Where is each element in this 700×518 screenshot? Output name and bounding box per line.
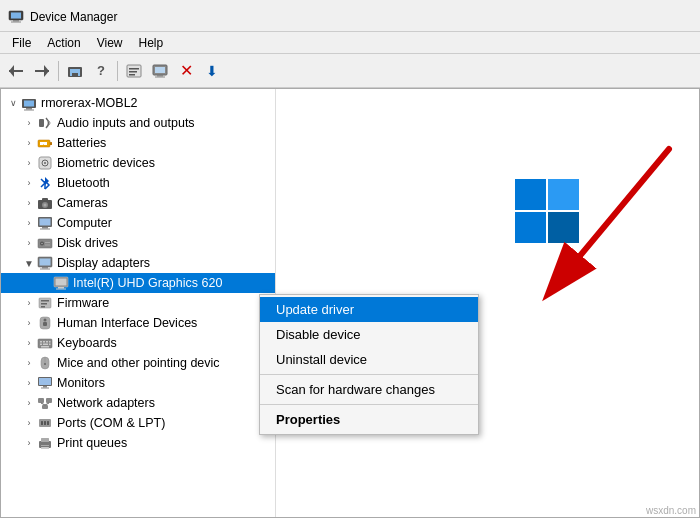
svg-rect-3 [11,21,21,22]
toolbar-home[interactable] [63,59,87,83]
tree-item-bluetooth[interactable]: › Bluetooth [1,173,275,193]
tree-item-ports[interactable]: › Ports (COM & LPT) [1,413,275,433]
svg-rect-1 [11,12,21,18]
firmware-arrow: › [21,295,37,311]
audio-arrow: › [21,115,37,131]
svg-rect-58 [43,322,47,326]
svg-rect-22 [24,110,34,111]
network-label: Network adapters [57,396,155,410]
svg-rect-42 [45,242,50,243]
tile-br [548,212,579,243]
ctx-update-driver[interactable]: Update driver [260,297,478,322]
toolbar: ? ✕ ⬇ [0,54,700,88]
intel-label: Intel(R) UHD Graphics 620 [73,276,222,290]
toolbar-scan[interactable] [148,59,172,83]
svg-line-89 [569,149,669,269]
hid-arrow: › [21,315,37,331]
svg-rect-81 [41,421,43,425]
toolbar-help[interactable]: ? [89,59,113,83]
ctx-uninstall-device[interactable]: Uninstall device [260,347,478,372]
toolbar-delete[interactable]: ✕ [174,59,198,83]
svg-rect-23 [39,119,44,127]
monitor-icon [37,375,53,391]
toolbar-back[interactable] [4,59,28,83]
tree-item-disk[interactable]: › Disk drives [1,233,275,253]
tree-item-batteries[interactable]: › + Batteries [1,133,275,153]
disk-arrow: › [21,235,37,251]
svg-rect-87 [41,447,49,449]
svg-rect-65 [43,344,48,346]
toolbar-forward[interactable] [30,59,54,83]
print-arrow: › [21,435,37,451]
menu-action[interactable]: Action [39,34,88,52]
ctx-separator-2 [260,404,478,405]
tree-root-arrow: ∨ [5,95,21,111]
intel-icon [53,275,69,291]
svg-rect-49 [56,279,67,286]
ctx-scan-hardware[interactable]: Scan for hardware changes [260,377,478,402]
disk-icon [37,235,53,251]
svg-text:+: + [42,142,45,148]
menu-view[interactable]: View [89,34,131,52]
svg-point-33 [44,204,47,207]
ctx-properties[interactable]: Properties [260,407,478,432]
svg-rect-10 [72,73,78,76]
title-bar-icon [8,9,24,25]
computer-icon [37,215,53,231]
ctx-disable-device[interactable]: Disable device [260,322,478,347]
svg-rect-83 [47,421,49,425]
tree-item-firmware[interactable]: › Firmware [1,293,275,313]
menu-help[interactable]: Help [131,34,172,52]
svg-rect-53 [41,300,49,302]
tree-item-print[interactable]: › Print queues [1,433,275,453]
tree-item-intel[interactable]: Intel(R) UHD Graphics 620 [1,273,275,293]
svg-rect-45 [40,259,51,266]
context-menu: Update driver Disable device Uninstall d… [259,294,479,435]
svg-rect-85 [41,438,49,442]
tree-root[interactable]: ∨ rmorerax-MOBL2 [1,93,275,113]
intel-arrow [37,275,53,291]
tile-bl [515,212,546,243]
tree-item-audio[interactable]: › Audio inputs and outputs [1,113,275,133]
tree-root-icon [21,95,37,111]
tree-item-biometric[interactable]: › Biometric devices [1,153,275,173]
keyboard-icon [37,335,53,351]
svg-rect-51 [56,289,66,290]
mice-arrow: › [21,355,37,371]
cameras-label: Cameras [57,196,108,210]
svg-rect-66 [49,344,51,346]
tree-item-computer[interactable]: › Computer [1,213,275,233]
svg-rect-46 [42,267,48,269]
tree-item-mice[interactable]: › Mice and other pointing devic [1,353,275,373]
title-bar-title: Device Manager [30,10,117,24]
hid-icon [37,315,53,331]
svg-rect-17 [157,75,163,77]
tree-item-monitors[interactable]: › Monitors [1,373,275,393]
tree-item-cameras[interactable]: › Cameras [1,193,275,213]
toolbar-update[interactable]: ⬇ [200,59,224,83]
ports-label: Ports (COM & LPT) [57,416,165,430]
firmware-icon [37,295,53,311]
bluetooth-label: Bluetooth [57,176,110,190]
svg-rect-62 [46,341,48,343]
biometric-label: Biometric devices [57,156,155,170]
menu-file[interactable]: File [4,34,39,52]
svg-rect-73 [43,386,47,388]
tree-item-network[interactable]: › Network adapters [1,393,275,413]
tree-item-keyboards[interactable]: › Keyboards [1,333,275,353]
network-icon [37,395,53,411]
svg-point-30 [44,162,46,164]
hid-label: Human Interface Devices [57,316,197,330]
main-panel: ∨ rmorerax-MOBL2 › Audio [0,88,700,518]
tree-root-label: rmorerax-MOBL2 [41,96,138,110]
menu-bar: File Action View Help [0,32,700,54]
toolbar-properties[interactable] [122,59,146,83]
computer-label: Computer [57,216,112,230]
svg-rect-20 [24,101,34,107]
svg-rect-61 [43,341,45,343]
svg-rect-16 [155,67,165,73]
tile-tr [548,179,579,210]
tree-item-display[interactable]: ▼ Display adapters [1,253,275,273]
windows-tile [515,179,579,243]
tree-item-hid[interactable]: › Human Interface Devices [1,313,275,333]
